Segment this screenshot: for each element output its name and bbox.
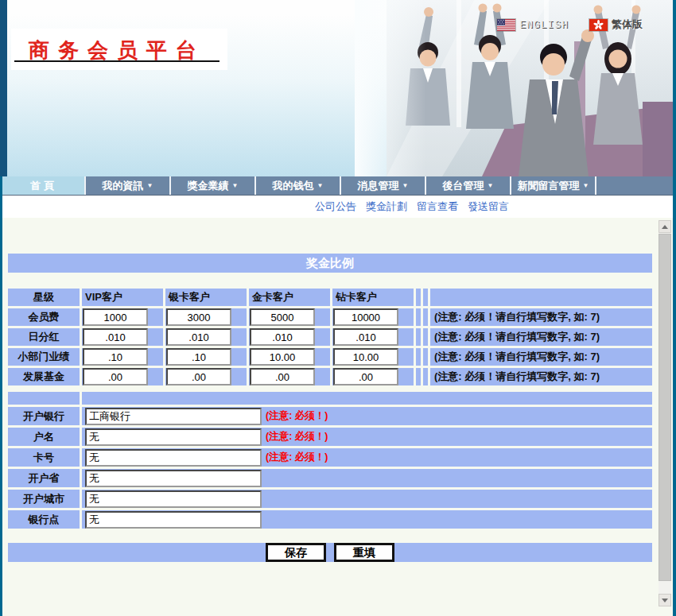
ratio-input-r3c3[interactable]: [333, 368, 398, 385]
logo-box: 商务会员平台: [11, 29, 227, 70]
ratio-row-label-1: 日分红: [8, 328, 80, 346]
bank-cell-1: (注意: 必须！): [82, 428, 652, 446]
nav-item-6[interactable]: 新聞留言管理▼: [511, 176, 596, 195]
subnav: 公司公告獎金計劃留言查看發送留言: [0, 196, 676, 218]
ratio-col-header-1: VIP客户: [82, 289, 163, 306]
bank-spacer-label: [8, 392, 80, 405]
bank-input-3[interactable]: [85, 470, 262, 487]
ratio-input-r1c0[interactable]: [83, 328, 148, 346]
scrollbar-down-button[interactable]: [659, 594, 671, 606]
bank-row-label-1: 户名: [8, 428, 80, 446]
ratio-row-note-1: (注意: 必须！请自行填写数字, 如: 7): [430, 328, 652, 346]
ratio-cell-r0c3: [332, 308, 414, 326]
reset-button[interactable]: 重填: [334, 543, 394, 562]
ratio-col-header-2: 银卡客户: [165, 289, 247, 306]
ratio-cell-r2c0: [82, 348, 163, 366]
nav-item-4[interactable]: 消息管理▼: [341, 176, 426, 195]
nav-item-label: 獎金業績: [188, 179, 229, 193]
ratio-row-label-3: 发展基金: [8, 368, 80, 385]
bank-row-note-2: (注意: 必须！): [262, 451, 328, 464]
ratio-input-r2c1[interactable]: [166, 348, 231, 366]
ratio-spacer-a-2: [416, 348, 421, 366]
ratio-header-spacer-1: [416, 289, 421, 306]
ratio-col-header-4: 钻卡客户: [332, 289, 414, 306]
ratio-input-r1c1[interactable]: [166, 328, 231, 346]
bank-input-1[interactable]: [85, 428, 262, 446]
ratio-cell-r3c1: [165, 368, 247, 385]
ratio-cell-r3c2: [249, 368, 330, 385]
button-strip: 保存 重填: [8, 543, 652, 562]
ratio-input-r0c3[interactable]: [333, 308, 398, 326]
ratio-cell-r3c3: [332, 368, 414, 385]
nav-item-2[interactable]: 獎金業績▼: [171, 176, 256, 195]
ratio-cell-r0c1: [165, 308, 247, 326]
nav-item-label: 新聞留言管理: [518, 179, 580, 193]
nav-item-5[interactable]: 後台管理▼: [426, 176, 511, 195]
lang-english-label: ENGLISH: [519, 19, 569, 31]
lang-traditional-label: 繁体版: [612, 17, 643, 32]
ratio-spacer-b-3: [423, 368, 428, 385]
bank-row-note-0: (注意: 必须！): [262, 409, 328, 423]
bank-input-0[interactable]: [85, 408, 262, 425]
nav-item-label: 首 頁: [30, 179, 54, 193]
ratio-col-header-3: 金卡客户: [249, 289, 330, 306]
ratio-input-r0c2[interactable]: [250, 308, 315, 326]
vertical-scrollbar[interactable]: [659, 220, 671, 606]
ratio-spacer-b-1: [423, 328, 428, 346]
content-area: 奖金比例 星级VIP客户银卡客户金卡客户钻卡客户会员费(注意: 必须！请自行填写…: [0, 218, 676, 616]
ratio-cell-r1c3: [332, 328, 414, 346]
subnav-link-0[interactable]: 公司公告: [315, 200, 356, 214]
nav-item-label: 後台管理: [443, 179, 484, 193]
bank-input-2[interactable]: [85, 449, 262, 467]
chevron-down-icon: ▼: [232, 183, 239, 189]
lang-traditional-link[interactable]: 繁体版: [589, 17, 643, 32]
ratio-header-note-spacer: [430, 289, 652, 306]
ratio-cell-r0c0: [82, 308, 163, 326]
subnav-link-3[interactable]: 發送留言: [468, 200, 509, 214]
nav-item-label: 消息管理: [358, 179, 399, 193]
ratio-spacer-b-0: [423, 308, 428, 326]
ratio-header-spacer-2: [423, 289, 428, 306]
nav-item-label: 我的資訊: [103, 179, 144, 193]
ratio-input-r1c2[interactable]: [250, 328, 315, 346]
bank-info-table: 开户银行(注意: 必须！)户名(注意: 必须！)卡号(注意: 必须！)开户省开户…: [8, 392, 652, 529]
nav-filler: [596, 176, 676, 195]
ratio-input-r3c0[interactable]: [83, 368, 148, 385]
bank-row-label-0: 开户银行: [8, 407, 80, 425]
scrollbar-thumb[interactable]: [659, 234, 671, 581]
bank-row-label-5: 银行点: [8, 510, 80, 529]
ratio-input-r0c0[interactable]: [83, 308, 148, 326]
chevron-down-icon: ▼: [317, 183, 324, 189]
nav-item-3[interactable]: 我的钱包▼: [256, 176, 341, 195]
bank-row-label-4: 开户城市: [8, 490, 80, 508]
ratio-spacer-a-0: [416, 308, 421, 326]
scrollbar-up-button[interactable]: [659, 220, 671, 233]
page-border-left-bottom: [0, 176, 2, 616]
ratio-input-r3c2[interactable]: [250, 368, 315, 385]
save-button[interactable]: 保存: [266, 543, 326, 562]
subnav-link-1[interactable]: 獎金計劃: [366, 200, 407, 214]
subnav-link-2[interactable]: 留言查看: [417, 200, 458, 214]
chevron-down-icon: ▼: [488, 183, 494, 189]
ratio-input-r0c1[interactable]: [166, 308, 231, 326]
page-border-left-top: [0, 0, 7, 176]
ratio-input-r2c3[interactable]: [333, 348, 398, 366]
banner: 商务会员平台: [0, 0, 676, 176]
nav-item-0[interactable]: 首 頁: [0, 176, 86, 195]
hk-flag-icon: [589, 19, 608, 31]
ratio-input-r2c0[interactable]: [83, 348, 148, 366]
page-title: 奖金比例: [8, 254, 652, 273]
nav-item-label: 我的钱包: [273, 179, 314, 193]
ratio-input-r1c3[interactable]: [333, 328, 398, 346]
ratio-cell-r2c1: [165, 348, 247, 366]
lang-english-link[interactable]: ENGLISH: [497, 19, 569, 31]
ratio-input-r3c1[interactable]: [166, 368, 231, 385]
ratio-row-note-0: (注意: 必须！请自行填写数字, 如: 7): [430, 308, 652, 326]
language-bar: ENGLISH 繁体版: [497, 17, 643, 32]
nav-item-1[interactable]: 我的資訊▼: [86, 176, 171, 195]
bank-spacer-value: [82, 392, 652, 405]
bank-input-4[interactable]: [85, 490, 262, 508]
ratio-input-r2c2[interactable]: [250, 348, 315, 366]
bank-cell-5: [82, 510, 652, 529]
bank-input-5[interactable]: [85, 511, 262, 529]
